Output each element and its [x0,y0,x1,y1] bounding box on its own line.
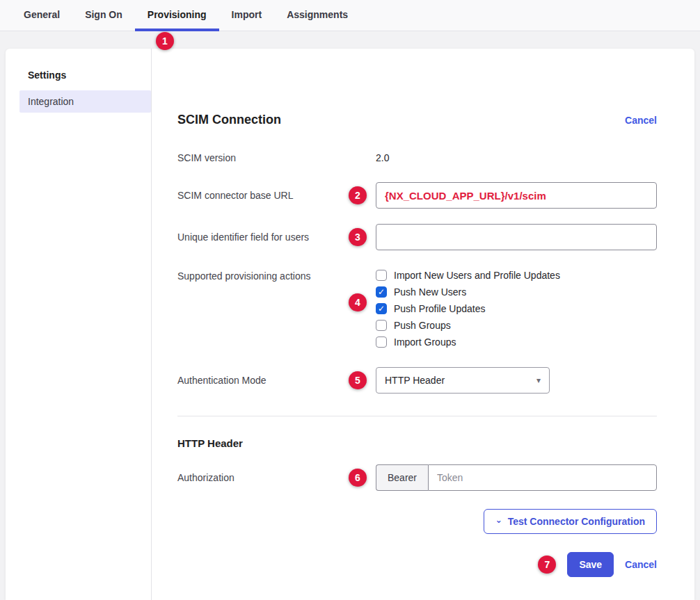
checkbox-import-new-users[interactable]: Import New Users and Profile Updates [376,270,560,281]
checkbox-icon[interactable] [376,337,387,348]
auth-mode-label: Authentication Mode [177,375,376,386]
sidebar-heading: Settings [19,70,151,90]
provisioning-actions-label: Supported provisioning actions [177,270,376,282]
unique-id-label: Unique identifier field for users [177,232,376,243]
tab-import[interactable]: Import [219,0,275,31]
base-url-label: SCIM connector base URL [177,190,376,201]
tab-sign-on[interactable]: Sign On [72,0,135,31]
unique-id-input[interactable] [376,224,657,250]
save-row: 7 Save Cancel [177,552,657,577]
checkbox-icon[interactable] [376,270,387,281]
auth-mode-select[interactable]: HTTP Header ▾ [376,367,550,394]
annotation-badge-2: 2 [349,186,367,204]
scim-connection-panel: SCIM Connection Cancel SCIM version 2.0 … [152,49,694,600]
annotation-badge-4: 4 [349,293,367,311]
checkbox-import-groups[interactable]: Import Groups [376,337,560,348]
field-row-auth-mode: Authentication Mode 5 HTTP Header ▾ [177,367,657,394]
field-row-base-url: SCIM connector base URL 2 [177,182,657,209]
tab-bar: General Sign On Provisioning Import Assi… [0,0,700,31]
annotation-badge-3: 3 [349,228,367,246]
section-divider [177,416,657,416]
checkbox-label: Push Groups [394,320,451,331]
page-title: SCIM Connection [177,113,281,127]
tab-assignments[interactable]: Assignments [274,0,360,31]
sidebar: Settings Integration [6,49,152,600]
annotation-badge-5: 5 [349,371,367,389]
tab-general[interactable]: General [11,0,72,31]
checkbox-icon[interactable] [376,303,387,314]
scim-version-label: SCIM version [177,152,376,163]
sidebar-item-integration[interactable]: Integration [19,90,151,113]
token-input[interactable] [428,464,657,491]
checkbox-push-new-users[interactable]: Push New Users [376,286,560,298]
annotation-badge-7: 7 [538,556,556,574]
field-row-authorization: Authorization 6 Bearer [177,464,657,491]
chevron-down-icon: ▾ [536,375,541,385]
auth-mode-selected-value: HTTP Header [385,375,445,386]
scim-version-value: 2.0 [376,152,389,163]
checkbox-push-groups[interactable]: Push Groups [376,320,560,331]
checkbox-push-profile-updates[interactable]: Push Profile Updates [376,303,560,314]
http-header-section-heading: HTTP Header [177,437,657,449]
settings-card: Settings Integration SCIM Connection Can… [6,49,694,600]
cancel-link-bottom[interactable]: Cancel [625,559,657,570]
field-row-unique-id: Unique identifier field for users 3 [177,224,657,250]
save-button[interactable]: Save [567,552,614,577]
test-connector-row: ⌄ Test Connector Configuration [177,509,657,534]
checkbox-icon[interactable] [376,320,387,331]
test-connector-button[interactable]: ⌄ Test Connector Configuration [484,509,657,534]
bearer-prefix: Bearer [376,464,428,491]
provisioning-page: General Sign On Provisioning Import Assi… [0,0,700,600]
checkbox-label: Import Groups [394,337,456,348]
chevron-down-icon: ⌄ [495,516,502,524]
checkbox-label: Push Profile Updates [394,303,486,314]
checkbox-label: Import New Users and Profile Updates [394,270,560,281]
field-row-provisioning-actions: Supported provisioning actions 4 Import … [177,270,657,348]
provisioning-actions-list: Import New Users and Profile Updates Pus… [376,270,560,348]
field-row-scim-version: SCIM version 2.0 [177,152,657,163]
checkbox-label: Push New Users [394,286,466,298]
base-url-input[interactable] [376,182,657,209]
annotation-badge-1: 1 [156,32,174,50]
tab-provisioning[interactable]: Provisioning [135,0,219,31]
cancel-link-top[interactable]: Cancel [625,115,657,126]
authorization-input-group: Bearer [376,464,657,491]
annotation-badge-6: 6 [349,469,367,487]
authorization-label: Authorization [177,472,376,483]
checkbox-icon[interactable] [376,286,387,298]
test-connector-button-label: Test Connector Configuration [508,516,645,527]
